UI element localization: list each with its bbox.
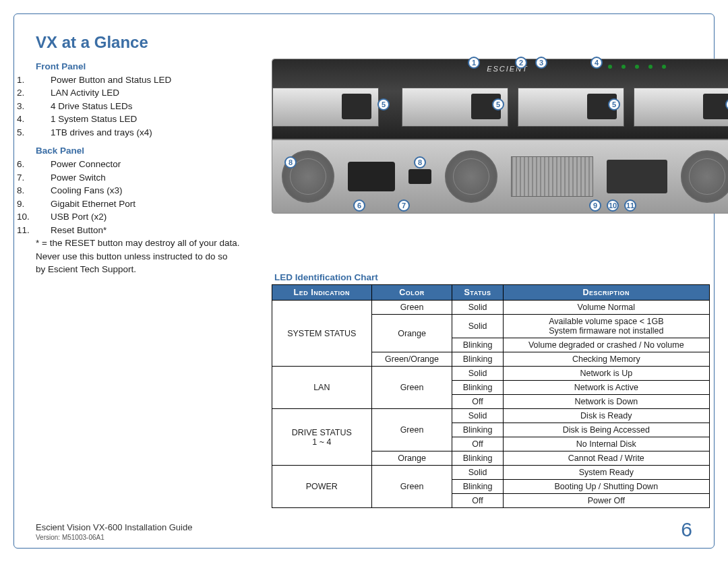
cell-description: Network is Up xyxy=(503,367,709,381)
callout-10: 10 xyxy=(607,199,619,212)
device-back xyxy=(272,140,728,213)
cell-description: Network is Active xyxy=(503,381,709,395)
callout-5: 5 xyxy=(608,98,620,111)
cell-description: Volume degraded or crashed / No volume xyxy=(503,338,709,352)
front-panel-heading: Front Panel xyxy=(36,60,251,73)
reset-note-line: Never use this button unless instructed … xyxy=(36,250,251,263)
guide-title: Escient Vision VX-600 Installation Guide xyxy=(36,522,192,532)
back-panel-item: 9.Gigabit Ethernet Port xyxy=(36,197,251,211)
callout-6: 6 xyxy=(353,199,365,212)
table-row: DRIVE STATUS1 ~ 4GreenSolidDisk is Ready xyxy=(272,409,710,423)
io-ports-icon xyxy=(607,160,667,193)
cell-status: Blinking xyxy=(452,480,503,494)
reset-note-line: by Escient Tech Support. xyxy=(36,263,251,276)
callout-2: 2 xyxy=(515,57,527,69)
led-identification-table: Led IndicationColorStatusDescription SYS… xyxy=(272,284,710,508)
table-row: SYSTEM STATUSGreenSolidVolume Normal xyxy=(272,301,710,315)
back-panel-list: 6.Power Connector7.Power Switch8.Cooling… xyxy=(36,158,251,237)
cell-status: Off xyxy=(452,395,503,409)
table-row: POWERGreenSolidSystem Ready xyxy=(272,466,710,480)
front-panel-list: 1.Power Button and Status LED2.LAN Activ… xyxy=(36,73,251,139)
cell-status: Blinking xyxy=(452,338,503,352)
back-panel-item: 10.USB Port (x2) xyxy=(36,210,251,224)
cell-description: Available volume space < 1GBSystem firma… xyxy=(503,315,709,338)
callout-4: 4 xyxy=(590,57,603,69)
cell-led: DRIVE STATUS1 ~ 4 xyxy=(272,409,372,466)
cell-color: Green xyxy=(371,367,452,409)
cell-color: Orange xyxy=(371,315,452,352)
front-panel-item: 2.LAN Activity LED xyxy=(36,86,251,100)
right-column: ESCIENT 1 xyxy=(272,59,728,276)
cell-status: Blinking xyxy=(452,423,503,437)
cell-status: Off xyxy=(452,437,503,451)
left-column: Front Panel 1.Power Button and Status LE… xyxy=(36,59,251,276)
drive-bay xyxy=(272,88,379,127)
back-panel-item: 8.Cooling Fans (x3) xyxy=(36,184,251,197)
cell-description: No Internal Disk xyxy=(503,437,709,451)
back-panel-item: 11.Reset Button* xyxy=(36,224,251,237)
cell-description: Network is Down xyxy=(503,395,709,409)
cell-description: Checking Memory xyxy=(503,352,709,367)
cell-description: Disk is Being Accessed xyxy=(503,423,709,437)
cell-led: POWER xyxy=(272,466,372,508)
power-connector-icon xyxy=(348,162,395,191)
table-row: LANGreenSolidNetwork is Up xyxy=(272,367,710,381)
table-header: Led Indication xyxy=(272,285,372,301)
back-panel-item: 6.Power Connector xyxy=(36,158,251,171)
cell-color: Green xyxy=(371,466,452,508)
callout-8: 8 xyxy=(414,156,426,168)
footer-left: Escient Vision VX-600 Installation Guide… xyxy=(36,522,192,541)
cell-status: Solid xyxy=(452,409,503,423)
cell-status: Blinking xyxy=(452,451,503,466)
callout-5: 5 xyxy=(492,98,504,111)
back-panel-heading: Back Panel xyxy=(36,144,251,158)
led-chart-block: LED Identification Chart Led IndicationC… xyxy=(272,272,692,508)
cell-description: System Ready xyxy=(503,466,709,480)
cooling-fan-icon xyxy=(681,150,728,203)
front-panel-item: 3.4 Drive Status LEDs xyxy=(36,100,251,113)
drive-bay xyxy=(634,88,728,127)
cell-color: Green xyxy=(371,301,452,315)
cell-description: Disk is Ready xyxy=(503,409,709,423)
front-panel-item: 4.1 System Status LED xyxy=(36,113,251,126)
status-led-strip xyxy=(595,65,728,71)
reset-note-line: * = the RESET button may destroy all of … xyxy=(36,237,251,250)
cell-status: Blinking xyxy=(452,352,503,367)
page-frame: VX at a Glance Front Panel 1.Power Butto… xyxy=(13,13,715,549)
table-header: Description xyxy=(503,285,709,301)
device-illustration: ESCIENT 1 xyxy=(272,59,728,214)
cell-led: SYSTEM STATUS xyxy=(272,301,372,367)
cell-color: Orange xyxy=(371,451,452,466)
callout-7: 7 xyxy=(398,199,410,212)
back-panel-item: 7.Power Switch xyxy=(36,171,251,185)
cell-status: Solid xyxy=(452,301,503,315)
cell-status: Solid xyxy=(452,367,503,381)
callout-11: 11 xyxy=(624,199,636,212)
version-label: Version: M51003-06A1 xyxy=(36,534,192,541)
cell-status: Solid xyxy=(452,315,503,338)
reset-note: * = the RESET button may destroy all of … xyxy=(36,237,251,276)
callout-8: 8 xyxy=(284,156,297,168)
vent-grille xyxy=(511,156,593,197)
page-title: VX at a Glance xyxy=(36,33,692,52)
front-panel-item: 5.1TB drives and trays (x4) xyxy=(36,126,251,139)
cell-status: Off xyxy=(452,494,503,508)
power-switch-icon xyxy=(408,169,431,184)
cooling-fan-icon xyxy=(445,150,497,203)
front-panel-item: 1.Power Button and Status LED xyxy=(36,73,251,87)
cell-status: Solid xyxy=(452,466,503,480)
page-number: 6 xyxy=(681,518,692,541)
page-footer: Escient Vision VX-600 Installation Guide… xyxy=(36,518,692,541)
callout-9: 9 xyxy=(589,199,601,212)
cell-description: Volume Normal xyxy=(503,301,709,315)
cell-color: Green xyxy=(371,409,452,451)
cell-color: Green/Orange xyxy=(371,352,452,367)
callout-3: 3 xyxy=(535,57,547,69)
callout-5: 5 xyxy=(377,98,390,111)
cell-description: Cannot Read / Write xyxy=(503,451,709,466)
cell-status: Blinking xyxy=(452,381,503,395)
cell-description: Booting Up / Shutting Down xyxy=(503,480,709,494)
table-header: Color xyxy=(371,285,452,301)
content-row: Front Panel 1.Power Button and Status LE… xyxy=(36,59,692,276)
cell-led: LAN xyxy=(272,367,372,409)
